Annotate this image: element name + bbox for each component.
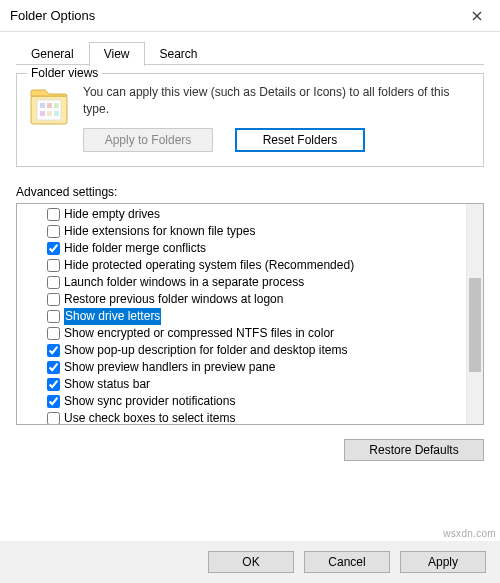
list-item-label: Show status bar <box>64 376 150 393</box>
list-item-label: Hide empty drives <box>64 206 160 223</box>
advanced-settings-tree[interactable]: Hide empty drives Hide extensions for kn… <box>17 204 466 424</box>
svg-rect-4 <box>54 103 59 108</box>
checkbox[interactable] <box>47 344 60 357</box>
tab-general[interactable]: General <box>16 42 89 65</box>
checkbox[interactable] <box>47 327 60 340</box>
folder-icon <box>29 86 69 128</box>
svg-rect-5 <box>40 111 45 116</box>
advanced-settings-list: Hide empty drives Hide extensions for kn… <box>16 203 484 425</box>
list-item: Hide folder merge conflicts <box>17 240 466 257</box>
list-item: Hide extensions for known file types <box>17 223 466 240</box>
advanced-settings-label: Advanced settings: <box>16 185 484 199</box>
list-item: Show status bar <box>17 376 466 393</box>
list-item: Restore previous folder windows at logon <box>17 291 466 308</box>
dialog-content: General View Search Folder views <box>0 32 500 471</box>
checkbox[interactable] <box>47 395 60 408</box>
reset-folders-button[interactable]: Reset Folders <box>235 128 365 152</box>
close-button[interactable] <box>454 0 500 32</box>
list-item: Show sync provider notifications <box>17 393 466 410</box>
checkbox[interactable] <box>47 259 60 272</box>
checkbox[interactable] <box>47 242 60 255</box>
list-item-selected: Show drive letters <box>17 308 466 325</box>
list-item-label: Show sync provider notifications <box>64 393 235 410</box>
checkbox[interactable] <box>47 412 60 424</box>
svg-rect-3 <box>47 103 52 108</box>
checkbox[interactable] <box>47 225 60 238</box>
list-item-label: Show pop-up description for folder and d… <box>64 342 348 359</box>
list-item: Launch folder windows in a separate proc… <box>17 274 466 291</box>
cancel-button[interactable]: Cancel <box>304 551 390 573</box>
list-item-label: Hide extensions for known file types <box>64 223 255 240</box>
apply-to-folders-button: Apply to Folders <box>83 128 213 152</box>
dialog-footer: OK Cancel Apply <box>0 541 500 583</box>
list-item: Show preview handlers in preview pane <box>17 359 466 376</box>
watermark: wsxdn.com <box>443 528 496 539</box>
checkbox[interactable] <box>47 361 60 374</box>
window-title: Folder Options <box>10 8 454 23</box>
scrollbar[interactable] <box>466 204 483 424</box>
folder-views-description: You can apply this view (such as Details… <box>83 84 471 118</box>
checkbox[interactable] <box>47 293 60 306</box>
restore-defaults-button[interactable]: Restore Defaults <box>344 439 484 461</box>
folder-views-title: Folder views <box>27 66 102 80</box>
ok-button[interactable]: OK <box>208 551 294 573</box>
checkbox[interactable] <box>47 310 60 323</box>
list-item-label: Show drive letters <box>64 308 161 325</box>
list-item: Hide empty drives <box>17 206 466 223</box>
checkbox[interactable] <box>47 378 60 391</box>
tab-view[interactable]: View <box>89 42 145 66</box>
list-item-label: Show encrypted or compressed NTFS files … <box>64 325 334 342</box>
tab-search[interactable]: Search <box>145 42 213 65</box>
list-item-label: Use check boxes to select items <box>64 410 235 424</box>
apply-button[interactable]: Apply <box>400 551 486 573</box>
list-item-label: Hide folder merge conflicts <box>64 240 206 257</box>
list-item: Hide protected operating system files (R… <box>17 257 466 274</box>
list-item-label: Restore previous folder windows at logon <box>64 291 283 308</box>
scrollbar-thumb[interactable] <box>469 278 481 372</box>
tab-strip: General View Search <box>16 42 484 65</box>
list-item-label: Show preview handlers in preview pane <box>64 359 275 376</box>
titlebar: Folder Options <box>0 0 500 32</box>
list-item: Show encrypted or compressed NTFS files … <box>17 325 466 342</box>
close-icon <box>472 11 482 21</box>
svg-rect-7 <box>54 111 59 116</box>
svg-rect-6 <box>47 111 52 116</box>
checkbox[interactable] <box>47 276 60 289</box>
list-item: Use check boxes to select items <box>17 410 466 424</box>
list-item-label: Hide protected operating system files (R… <box>64 257 354 274</box>
list-item: Show pop-up description for folder and d… <box>17 342 466 359</box>
list-item-label: Launch folder windows in a separate proc… <box>64 274 304 291</box>
folder-views-group: Folder views You can apply this view (su… <box>16 73 484 167</box>
svg-rect-2 <box>40 103 45 108</box>
tab-underline <box>16 64 484 65</box>
checkbox[interactable] <box>47 208 60 221</box>
